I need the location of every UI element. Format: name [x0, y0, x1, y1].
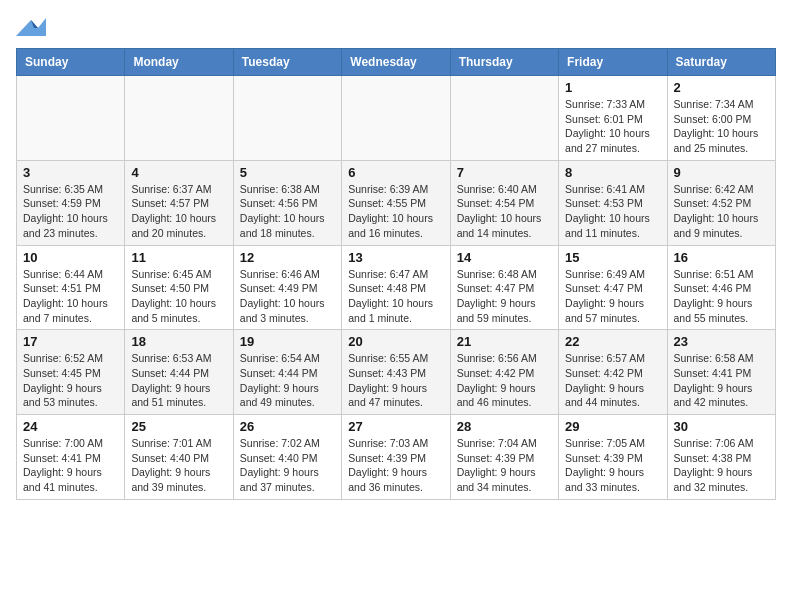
day-number: 9: [674, 165, 769, 180]
day-number: 21: [457, 334, 552, 349]
calendar-cell: 19Sunrise: 6:54 AM Sunset: 4:44 PM Dayli…: [233, 330, 341, 415]
day-number: 11: [131, 250, 226, 265]
day-number: 14: [457, 250, 552, 265]
calendar-week-5: 24Sunrise: 7:00 AM Sunset: 4:41 PM Dayli…: [17, 415, 776, 500]
calendar-cell: 18Sunrise: 6:53 AM Sunset: 4:44 PM Dayli…: [125, 330, 233, 415]
day-number: 17: [23, 334, 118, 349]
day-number: 2: [674, 80, 769, 95]
day-info: Sunrise: 6:41 AM Sunset: 4:53 PM Dayligh…: [565, 182, 660, 241]
calendar-header-sunday: Sunday: [17, 49, 125, 76]
day-number: 29: [565, 419, 660, 434]
day-number: 20: [348, 334, 443, 349]
calendar-cell: 9Sunrise: 6:42 AM Sunset: 4:52 PM Daylig…: [667, 160, 775, 245]
calendar-cell: 4Sunrise: 6:37 AM Sunset: 4:57 PM Daylig…: [125, 160, 233, 245]
calendar-cell: 22Sunrise: 6:57 AM Sunset: 4:42 PM Dayli…: [559, 330, 667, 415]
day-number: 13: [348, 250, 443, 265]
day-info: Sunrise: 7:01 AM Sunset: 4:40 PM Dayligh…: [131, 436, 226, 495]
day-info: Sunrise: 6:47 AM Sunset: 4:48 PM Dayligh…: [348, 267, 443, 326]
day-info: Sunrise: 6:46 AM Sunset: 4:49 PM Dayligh…: [240, 267, 335, 326]
day-number: 3: [23, 165, 118, 180]
calendar-header-thursday: Thursday: [450, 49, 558, 76]
day-number: 27: [348, 419, 443, 434]
calendar-cell: [17, 76, 125, 161]
day-number: 18: [131, 334, 226, 349]
calendar-cell: 10Sunrise: 6:44 AM Sunset: 4:51 PM Dayli…: [17, 245, 125, 330]
day-info: Sunrise: 7:03 AM Sunset: 4:39 PM Dayligh…: [348, 436, 443, 495]
day-info: Sunrise: 6:51 AM Sunset: 4:46 PM Dayligh…: [674, 267, 769, 326]
day-number: 30: [674, 419, 769, 434]
logo: [16, 16, 50, 40]
day-number: 6: [348, 165, 443, 180]
day-info: Sunrise: 6:40 AM Sunset: 4:54 PM Dayligh…: [457, 182, 552, 241]
calendar-cell: 23Sunrise: 6:58 AM Sunset: 4:41 PM Dayli…: [667, 330, 775, 415]
calendar-cell: 30Sunrise: 7:06 AM Sunset: 4:38 PM Dayli…: [667, 415, 775, 500]
calendar-cell: 5Sunrise: 6:38 AM Sunset: 4:56 PM Daylig…: [233, 160, 341, 245]
day-info: Sunrise: 7:05 AM Sunset: 4:39 PM Dayligh…: [565, 436, 660, 495]
day-number: 16: [674, 250, 769, 265]
calendar-cell: 1Sunrise: 7:33 AM Sunset: 6:01 PM Daylig…: [559, 76, 667, 161]
calendar-cell: 12Sunrise: 6:46 AM Sunset: 4:49 PM Dayli…: [233, 245, 341, 330]
calendar-cell: 17Sunrise: 6:52 AM Sunset: 4:45 PM Dayli…: [17, 330, 125, 415]
day-info: Sunrise: 6:54 AM Sunset: 4:44 PM Dayligh…: [240, 351, 335, 410]
day-info: Sunrise: 6:52 AM Sunset: 4:45 PM Dayligh…: [23, 351, 118, 410]
calendar-cell: [450, 76, 558, 161]
calendar-cell: 24Sunrise: 7:00 AM Sunset: 4:41 PM Dayli…: [17, 415, 125, 500]
calendar-cell: 13Sunrise: 6:47 AM Sunset: 4:48 PM Dayli…: [342, 245, 450, 330]
day-number: 10: [23, 250, 118, 265]
calendar-cell: 25Sunrise: 7:01 AM Sunset: 4:40 PM Dayli…: [125, 415, 233, 500]
calendar-cell: 7Sunrise: 6:40 AM Sunset: 4:54 PM Daylig…: [450, 160, 558, 245]
day-info: Sunrise: 6:53 AM Sunset: 4:44 PM Dayligh…: [131, 351, 226, 410]
day-info: Sunrise: 6:55 AM Sunset: 4:43 PM Dayligh…: [348, 351, 443, 410]
calendar-header-wednesday: Wednesday: [342, 49, 450, 76]
day-info: Sunrise: 6:42 AM Sunset: 4:52 PM Dayligh…: [674, 182, 769, 241]
calendar-cell: 8Sunrise: 6:41 AM Sunset: 4:53 PM Daylig…: [559, 160, 667, 245]
day-info: Sunrise: 6:49 AM Sunset: 4:47 PM Dayligh…: [565, 267, 660, 326]
calendar-cell: [125, 76, 233, 161]
day-info: Sunrise: 6:39 AM Sunset: 4:55 PM Dayligh…: [348, 182, 443, 241]
day-info: Sunrise: 6:44 AM Sunset: 4:51 PM Dayligh…: [23, 267, 118, 326]
calendar-week-3: 10Sunrise: 6:44 AM Sunset: 4:51 PM Dayli…: [17, 245, 776, 330]
calendar-cell: 26Sunrise: 7:02 AM Sunset: 4:40 PM Dayli…: [233, 415, 341, 500]
calendar-cell: 29Sunrise: 7:05 AM Sunset: 4:39 PM Dayli…: [559, 415, 667, 500]
day-info: Sunrise: 7:34 AM Sunset: 6:00 PM Dayligh…: [674, 97, 769, 156]
calendar-cell: 27Sunrise: 7:03 AM Sunset: 4:39 PM Dayli…: [342, 415, 450, 500]
day-number: 26: [240, 419, 335, 434]
calendar-cell: 6Sunrise: 6:39 AM Sunset: 4:55 PM Daylig…: [342, 160, 450, 245]
logo-icon: [16, 16, 46, 40]
calendar-week-1: 1Sunrise: 7:33 AM Sunset: 6:01 PM Daylig…: [17, 76, 776, 161]
calendar-table: SundayMondayTuesdayWednesdayThursdayFrid…: [16, 48, 776, 500]
day-info: Sunrise: 6:58 AM Sunset: 4:41 PM Dayligh…: [674, 351, 769, 410]
calendar-cell: 2Sunrise: 7:34 AM Sunset: 6:00 PM Daylig…: [667, 76, 775, 161]
day-number: 4: [131, 165, 226, 180]
day-info: Sunrise: 7:33 AM Sunset: 6:01 PM Dayligh…: [565, 97, 660, 156]
calendar-cell: 14Sunrise: 6:48 AM Sunset: 4:47 PM Dayli…: [450, 245, 558, 330]
day-info: Sunrise: 7:04 AM Sunset: 4:39 PM Dayligh…: [457, 436, 552, 495]
calendar-cell: 16Sunrise: 6:51 AM Sunset: 4:46 PM Dayli…: [667, 245, 775, 330]
calendar-week-4: 17Sunrise: 6:52 AM Sunset: 4:45 PM Dayli…: [17, 330, 776, 415]
day-number: 8: [565, 165, 660, 180]
calendar-cell: 11Sunrise: 6:45 AM Sunset: 4:50 PM Dayli…: [125, 245, 233, 330]
day-info: Sunrise: 6:56 AM Sunset: 4:42 PM Dayligh…: [457, 351, 552, 410]
calendar-header-tuesday: Tuesday: [233, 49, 341, 76]
calendar-header-friday: Friday: [559, 49, 667, 76]
day-info: Sunrise: 6:38 AM Sunset: 4:56 PM Dayligh…: [240, 182, 335, 241]
calendar-cell: 20Sunrise: 6:55 AM Sunset: 4:43 PM Dayli…: [342, 330, 450, 415]
day-number: 5: [240, 165, 335, 180]
day-info: Sunrise: 6:37 AM Sunset: 4:57 PM Dayligh…: [131, 182, 226, 241]
day-info: Sunrise: 6:35 AM Sunset: 4:59 PM Dayligh…: [23, 182, 118, 241]
calendar-cell: 15Sunrise: 6:49 AM Sunset: 4:47 PM Dayli…: [559, 245, 667, 330]
day-number: 19: [240, 334, 335, 349]
calendar-cell: [233, 76, 341, 161]
day-number: 25: [131, 419, 226, 434]
calendar-week-2: 3Sunrise: 6:35 AM Sunset: 4:59 PM Daylig…: [17, 160, 776, 245]
calendar-cell: 3Sunrise: 6:35 AM Sunset: 4:59 PM Daylig…: [17, 160, 125, 245]
day-info: Sunrise: 6:48 AM Sunset: 4:47 PM Dayligh…: [457, 267, 552, 326]
page-header: [16, 16, 776, 40]
day-info: Sunrise: 7:06 AM Sunset: 4:38 PM Dayligh…: [674, 436, 769, 495]
day-info: Sunrise: 6:45 AM Sunset: 4:50 PM Dayligh…: [131, 267, 226, 326]
day-number: 7: [457, 165, 552, 180]
day-number: 15: [565, 250, 660, 265]
day-info: Sunrise: 7:02 AM Sunset: 4:40 PM Dayligh…: [240, 436, 335, 495]
day-number: 1: [565, 80, 660, 95]
day-number: 23: [674, 334, 769, 349]
